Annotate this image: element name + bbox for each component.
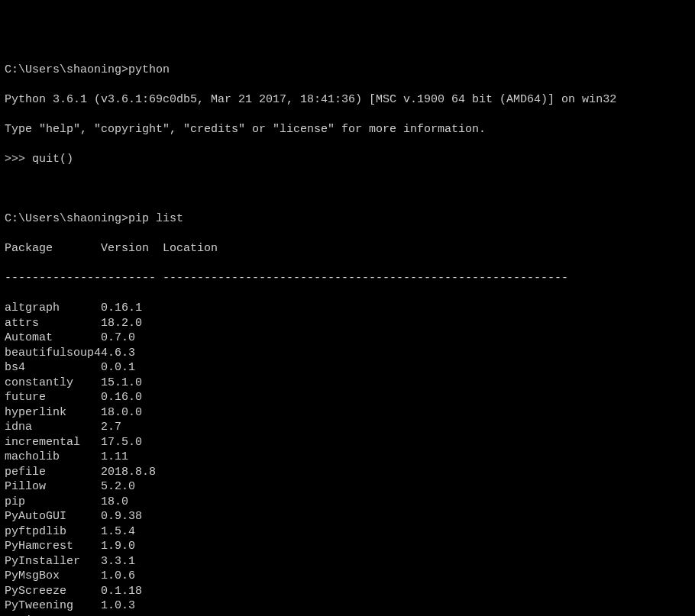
header-version: Version (101, 241, 163, 256)
blank-line (5, 182, 690, 197)
package-version: 1.5.4 (101, 524, 163, 540)
table-row: PyScreeze 0.1.18 (5, 584, 690, 599)
header-package: Package (5, 241, 101, 256)
table-row: PyHamcrest 1.9.0 (5, 539, 690, 554)
table-row: idna 2.7 (5, 420, 690, 435)
package-name: pywin32 (5, 614, 101, 617)
python-banner-2: Type "help", "copyright", "credits" or "… (5, 122, 690, 137)
table-row: hyperlink 18.0.0 (5, 405, 690, 421)
table-row: altgraph 0.16.1 (5, 301, 690, 316)
table-row: Pillow 5.2.0 (5, 479, 690, 495)
package-version: 1.11 (101, 450, 163, 465)
package-name: beautifulsoup4 (5, 346, 101, 361)
package-name: PyMsgBox (5, 569, 101, 584)
table-row: PyTweening 1.0.3 (5, 598, 690, 614)
package-name: idna (5, 420, 101, 435)
table-row: macholib 1.11 (5, 450, 690, 465)
package-version: 0.0.1 (101, 360, 163, 376)
package-version: 17.5.0 (101, 435, 163, 450)
package-version: 2.7 (101, 420, 163, 435)
package-name: altgraph (5, 301, 101, 316)
package-name: PyAutoGUI (5, 509, 101, 524)
package-name: PyScreeze (5, 584, 101, 599)
table-row: pefile 2018.8.8 (5, 465, 690, 480)
package-version: 5.2.0 (101, 479, 163, 495)
package-name: macholib (5, 450, 101, 465)
table-row: beautifulsoup4 4.6.3 (5, 346, 690, 361)
package-version: 3.3.1 (101, 554, 163, 569)
table-row: pyftpdlib 1.5.4 (5, 524, 690, 540)
header-location: Location (163, 241, 218, 256)
shell-prompt: C:\Users\shaoning> (5, 211, 128, 227)
package-name: constantly (5, 376, 101, 391)
package-version: 18.0 (101, 495, 163, 510)
package-version: 0.1.18 (101, 584, 163, 599)
package-version: 4.6.3 (101, 346, 163, 361)
package-version: 0.16.0 (101, 390, 163, 405)
package-version: 223 (101, 614, 163, 617)
divider-package: -------------- (5, 271, 101, 286)
command-pip-list: pip list (128, 211, 183, 227)
package-name: PyInstaller (5, 554, 101, 569)
package-version: 18.0.0 (101, 405, 163, 421)
table-row: pywin32 223 (5, 614, 690, 617)
pip-list-body: altgraph 0.16.1 attrs 18.2.0 Automat 0.7… (5, 301, 690, 616)
divider-location: ----------------------------------------… (163, 271, 568, 286)
pip-list-divider: -------------- -------- ----------------… (5, 271, 690, 286)
pip-list-header: Package Version Location (5, 241, 690, 256)
table-row: PyMsgBox 1.0.6 (5, 569, 690, 584)
package-name: Pillow (5, 479, 101, 495)
table-row: constantly 15.1.0 (5, 376, 690, 391)
package-name: pip (5, 495, 101, 510)
prompt-line-1[interactable]: C:\Users\shaoning>python (5, 63, 690, 78)
package-version: 0.16.1 (101, 301, 163, 316)
table-row: pip 18.0 (5, 495, 690, 510)
divider-version: -------- (101, 271, 163, 286)
package-name: PyTweening (5, 598, 101, 614)
package-version: 0.7.0 (101, 331, 163, 346)
package-name: future (5, 390, 101, 405)
package-name: hyperlink (5, 405, 101, 421)
package-name: pefile (5, 465, 101, 480)
package-version: 2018.8.8 (101, 465, 163, 480)
repl-line[interactable]: >>> quit() (5, 152, 690, 167)
package-version: 0.9.38 (101, 509, 163, 524)
package-version: 18.2.0 (101, 316, 163, 331)
command-python: python (128, 63, 170, 78)
package-version: 1.9.0 (101, 539, 163, 554)
package-version: 1.0.6 (101, 569, 163, 584)
table-row: future 0.16.0 (5, 390, 690, 405)
repl-command-quit: quit() (32, 152, 73, 167)
table-row: Automat 0.7.0 (5, 331, 690, 346)
package-name: PyHamcrest (5, 539, 101, 554)
shell-prompt: C:\Users\shaoning> (5, 63, 128, 78)
table-row: PyInstaller 3.3.1 (5, 554, 690, 569)
table-row: attrs 18.2.0 (5, 316, 690, 331)
repl-prompt: >>> (5, 152, 32, 167)
table-row: bs4 0.0.1 (5, 360, 690, 376)
package-name: attrs (5, 316, 101, 331)
prompt-line-2[interactable]: C:\Users\shaoning>pip list (5, 211, 690, 227)
package-name: bs4 (5, 360, 101, 376)
table-row: PyAutoGUI 0.9.38 (5, 509, 690, 524)
python-banner-1: Python 3.6.1 (v3.6.1:69c0db5, Mar 21 201… (5, 92, 690, 108)
package-version: 1.0.3 (101, 598, 163, 614)
package-name: pyftpdlib (5, 524, 101, 540)
package-version: 15.1.0 (101, 376, 163, 391)
package-name: Automat (5, 331, 101, 346)
table-row: incremental 17.5.0 (5, 435, 690, 450)
package-name: incremental (5, 435, 101, 450)
